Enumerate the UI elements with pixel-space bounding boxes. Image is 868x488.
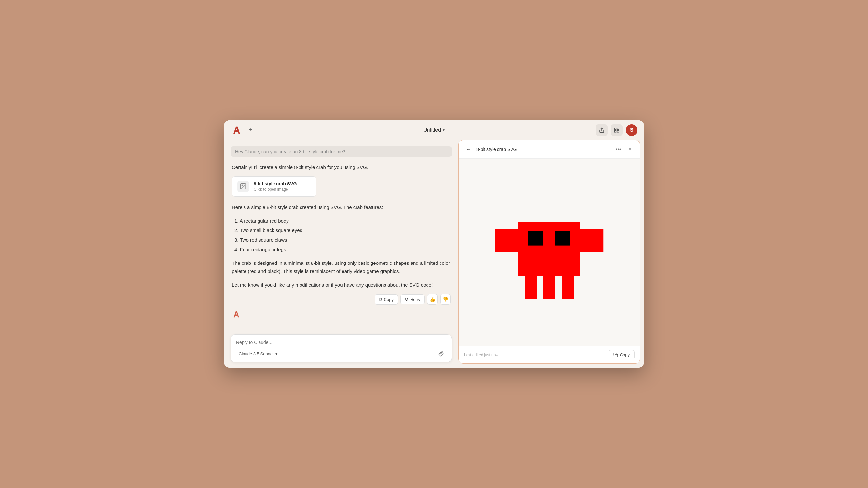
artifact-back-button[interactable]: ← [464,145,473,154]
svg-rect-3 [617,130,619,132]
artifact-body [459,159,640,346]
features-list: A rectangular red body Two small black s… [232,217,451,254]
copy-label: Copy [384,297,394,302]
artifact-header: ← 8-bit style crab SVG ••• × [459,140,640,159]
back-icon: ← [466,147,471,152]
avatar-letter: S [630,127,633,133]
artifact-copy-label: Copy [620,352,630,357]
window-title: Untitled [423,127,441,133]
title-chevron-icon: ▾ [443,128,445,132]
thumbs-up-icon: 👍 [430,297,435,302]
artifact-header-actions: ••• × [614,145,634,154]
chat-messages: Hey Claude, can you create an 8-bit styl… [224,140,458,330]
svg-rect-16 [615,354,618,357]
input-box: Claude 3.5 Sonnet ▾ [230,334,452,362]
retry-icon: ↺ [405,297,409,302]
user-message-text: Hey Claude, can you create an 8-bit styl… [235,149,345,154]
body-text-2: Let me know if you'd like any modificati… [232,281,451,289]
logo-area: + [230,124,255,136]
copy-icon: ⧉ [379,297,382,302]
artifact-menu-button[interactable]: ••• [614,145,623,154]
svg-rect-14 [543,275,555,299]
list-item: Two small black square eyes [232,226,451,234]
artifact-card-inline[interactable]: 8-bit style crab SVG Click to open image [232,176,316,196]
model-chevron-icon: ▾ [275,351,278,356]
message-actions: ⧉ Copy ↺ Retry 👍 👎 [232,294,451,304]
svg-point-5 [242,185,243,186]
copy-message-button[interactable]: ⧉ Copy [375,294,398,304]
assistant-message: Certainly! I'll create a simple 8-bit st… [230,163,452,319]
reply-input[interactable] [236,339,446,346]
artifact-footer: Last edited just now Copy [459,346,640,363]
user-message-bar: Hey Claude, can you create an 8-bit styl… [230,147,452,157]
settings-button[interactable] [611,124,622,136]
artifact-card-icon [237,181,249,192]
title-center[interactable]: Untitled ▾ [423,127,445,133]
svg-rect-12 [555,231,570,245]
svg-rect-15 [562,275,574,299]
svg-rect-1 [617,128,619,129]
svg-rect-11 [528,231,543,245]
artifact-card-subtitle: Click to open image [254,187,311,192]
artifact-last-edited: Last edited just now [464,353,498,357]
artifact-close-button[interactable]: × [625,145,634,154]
list-item: A rectangular red body [232,217,451,225]
title-bar: + Untitled ▾ S [224,120,644,140]
close-icon: × [628,146,632,153]
retry-label: Retry [410,297,420,302]
app-window: + Untitled ▾ S [224,120,644,368]
input-footer: Claude 3.5 Sonnet ▾ [236,349,446,359]
svg-rect-2 [614,130,616,132]
model-selector[interactable]: Claude 3.5 Sonnet ▾ [236,350,280,358]
thumbs-up-button[interactable]: 👍 [427,294,438,304]
model-name: Claude 3.5 Sonnet [239,351,274,356]
artifact-card-title: 8-bit style crab SVG [254,181,311,187]
artifact-copy-button[interactable]: Copy [609,350,634,359]
artifact-panel-title: 8-bit style crab SVG [476,147,611,152]
main-content: Hey Claude, can you create an 8-bit styl… [224,140,644,368]
attach-button[interactable] [436,349,446,359]
artifact-panel: ← 8-bit style crab SVG ••• × [458,140,640,364]
svg-rect-13 [525,275,537,299]
svg-rect-10 [518,222,580,275]
svg-rect-0 [614,128,616,129]
crab-svg [487,191,611,314]
thumbs-down-icon: 👎 [443,297,448,302]
chat-panel: Hey Claude, can you create an 8-bit styl… [224,140,458,368]
claude-spinner [232,310,451,319]
new-chat-button[interactable]: + [246,126,255,135]
share-button[interactable] [596,124,608,136]
input-area: Claude 3.5 Sonnet ▾ [224,330,458,368]
list-item: Two red square claws [232,236,451,244]
artifact-card-info: 8-bit style crab SVG Click to open image [254,181,311,192]
thumbs-down-button[interactable]: 👎 [440,294,451,304]
list-item: Four rectangular legs [232,245,451,254]
more-icon: ••• [616,147,621,152]
retry-button[interactable]: ↺ Retry [400,294,425,304]
anthropic-logo [230,124,243,136]
title-bar-right: S [596,124,638,136]
body-text-1: The crab is designed in a minimalist 8-b… [232,259,451,275]
avatar-button[interactable]: S [626,124,638,136]
section-intro: Here's a simple 8-bit style crab created… [232,203,451,212]
message-intro: Certainly! I'll create a simple 8-bit st… [232,163,451,171]
